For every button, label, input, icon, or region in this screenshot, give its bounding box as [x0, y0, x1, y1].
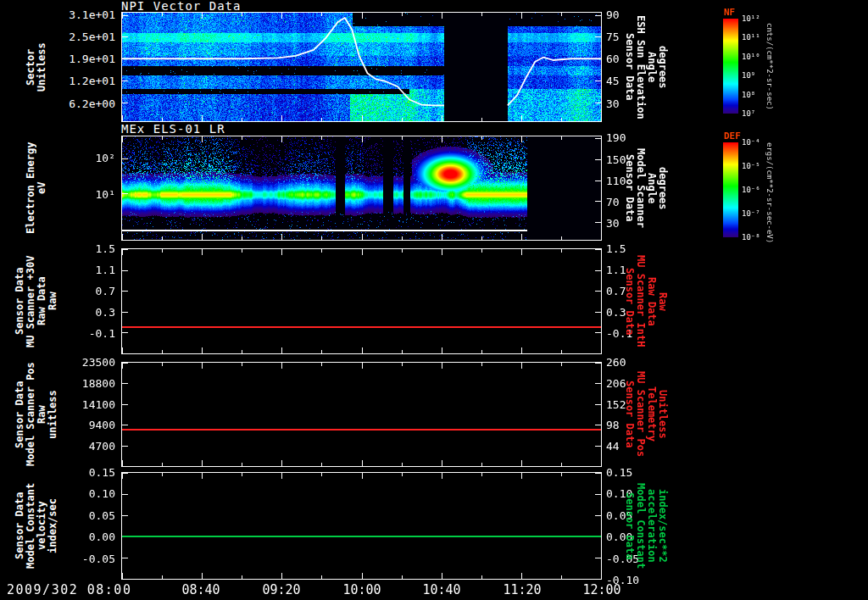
x-axis-tick-mark [281, 249, 282, 255]
x-axis-tick-mark [362, 234, 363, 240]
x-axis-tick-mark [521, 249, 522, 255]
mu30v-left-axis-ticks: 1.51.10.70.3-0.1 [0, 248, 119, 354]
scannerpos-plot-area[interactable] [121, 362, 602, 467]
tick-label: 14100 [82, 397, 115, 410]
x-axis-tick-mark [362, 347, 363, 353]
y-axis-tick-mark [595, 36, 601, 37]
tick-label: 0.10 [89, 487, 115, 500]
y-axis-tick-mark [595, 138, 601, 139]
x-axis-tick-mark [162, 13, 163, 16]
y-axis-tick-mark [595, 425, 601, 425]
axis-title-line: Model Constant [635, 472, 646, 580]
y-axis-tick-mark [122, 312, 128, 313]
tick-label: 10¹ [96, 187, 115, 200]
y-axis-tick-mark [122, 158, 128, 159]
tick-label: 1.2e+01 [69, 75, 115, 87]
science-plot-screen: NPI Vector Data MEx ELS-01 LR SectorUnit… [0, 0, 868, 600]
x-axis-tick-mark [242, 350, 242, 353]
x-axis-tick-mark [402, 575, 403, 579]
axis-title-line: Raw Data [646, 248, 657, 354]
colorbar-nf: NF 10¹²10¹¹10¹⁰10⁹10⁸10⁷ cnts/(cm**2-sr-… [723, 19, 867, 114]
els-spectrogram-canvas[interactable] [122, 136, 601, 240]
x-axis-tick-mark [242, 118, 242, 121]
tick-label: 206 [606, 376, 626, 389]
axis-title-line: acceleration [646, 472, 657, 580]
x-axis-tick-mark [202, 473, 203, 479]
x-axis-tick-mark [402, 350, 403, 353]
y-axis-tick-mark [122, 291, 128, 292]
tick-label: 75 [606, 30, 620, 42]
y-axis-tick-mark [595, 81, 601, 81]
x-axis-tick-mark [321, 13, 322, 16]
x-axis-tick-mark [402, 118, 403, 121]
mu30v-plot-area[interactable] [121, 248, 602, 354]
x-axis-tick-mark [162, 363, 163, 366]
x-axis-tick-mark [601, 136, 602, 142]
axis-title-line: Telemetry [646, 362, 657, 467]
x-axis-tick-mark [321, 118, 322, 121]
x-axis-tick-mark [242, 575, 242, 579]
scannerpos-left-axis-ticks: 23500188001410094004700 [0, 362, 119, 467]
axis-title-line: degrees [657, 12, 668, 122]
y-axis-tick-mark [122, 558, 128, 558]
x-axis-tick-mark [202, 347, 203, 353]
axis-title-line: Angle [646, 136, 657, 241]
axis-title-line: Sensor Data [624, 12, 635, 122]
npi-plot-area[interactable] [121, 12, 602, 122]
x-axis-tick-mark [242, 136, 242, 140]
x-axis-tick-mark [281, 136, 282, 142]
mu30v-right-axis-title: Sensor DataMU Scanner IntHRaw DataRaw [624, 248, 678, 354]
colorbar-nf-gradient [723, 19, 738, 114]
x-axis-tick-mark [362, 115, 363, 121]
x-axis-tick-mark [362, 473, 363, 479]
y-axis-tick-mark [595, 249, 601, 250]
x-axis-tick-mark [281, 347, 282, 353]
x-axis-tick-mark [362, 460, 363, 466]
data-line [122, 326, 601, 328]
colorbar-def-title: DEF [724, 131, 741, 142]
tick-label: 0.3 [96, 306, 115, 319]
els-right-axis-title: Sensor DataModel ScannerAngledegrees [624, 136, 678, 241]
axis-title-line: MU Scanner Pos [635, 362, 646, 467]
x-axis-tick-mark [242, 236, 242, 240]
colorbar-tick-label: 10⁸ [742, 91, 755, 99]
x-axis-tick-mark [122, 115, 123, 121]
y-axis-tick-mark [595, 201, 601, 202]
x-axis-tick-mark [601, 234, 602, 240]
x-axis-tick-mark [321, 236, 322, 240]
tick-label: 1.1 [606, 264, 626, 276]
axis-title-line: Sensor Data [624, 248, 635, 354]
x-axis-tick-mark [162, 350, 163, 353]
y-axis-tick-mark [122, 36, 128, 37]
y-axis-tick-mark [122, 270, 128, 271]
x-axis-tick-mark [481, 249, 482, 253]
tick-label: 0.7 [606, 285, 626, 297]
x-axis-tick-mark [521, 13, 522, 19]
y-axis-tick-mark [595, 181, 601, 181]
y-axis-tick-mark [595, 579, 601, 580]
x-axis-tick-mark [561, 236, 562, 240]
axis-title-line: degrees [657, 136, 668, 241]
x-axis-tick-mark [402, 249, 403, 253]
colorbar-nf-title: NF [724, 7, 735, 18]
x-axis-tick-mark [481, 136, 482, 140]
tick-label: 0.00 [89, 531, 115, 543]
modelconst-plot-area[interactable] [121, 472, 602, 580]
x-axis-tick-mark [402, 463, 403, 466]
y-axis-tick-mark [595, 446, 601, 447]
npi-spectrogram-canvas[interactable] [122, 13, 601, 121]
x-axis-tick-mark [521, 473, 522, 479]
x-axis-tick-mark [362, 13, 363, 19]
panel-mu-scanner-30v: Sensor DataMU Scanner +30VRaw DataRaw 1.… [0, 248, 868, 354]
x-axis-tick-mark [242, 463, 242, 466]
time-axis: 2009/302 08:00 08:40 09:20 10:00 10:40 1… [0, 582, 868, 599]
tick-label: 44 [606, 440, 620, 453]
x-axis-tick-mark [402, 236, 403, 240]
x-axis-tick-mark [321, 350, 322, 353]
x-axis-tick-mark [601, 347, 602, 353]
x-axis-tick-mark [321, 363, 322, 366]
tick-label: 60 [606, 53, 620, 65]
tick-label: 260 [606, 356, 626, 369]
modelconst-left-axis-ticks: 0.150.100.050.00-0.05 [0, 472, 119, 580]
els-plot-area[interactable] [121, 136, 602, 241]
